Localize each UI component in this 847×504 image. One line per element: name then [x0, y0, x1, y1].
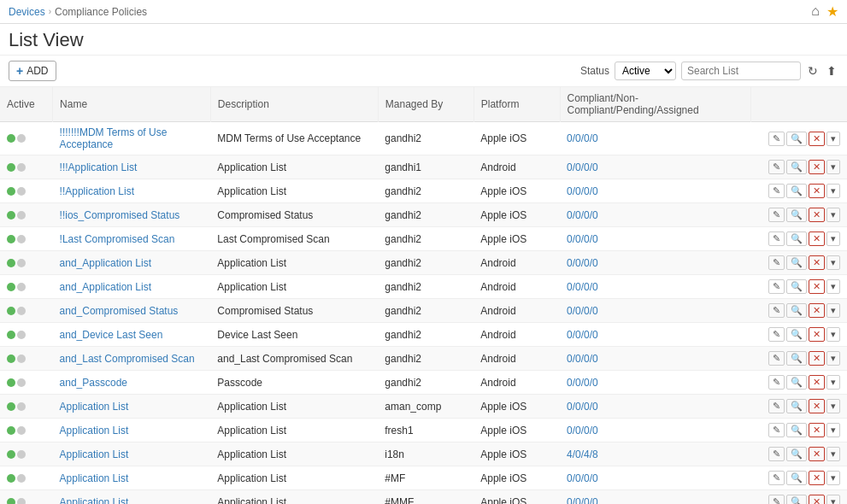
name-link[interactable]: and_Compromised Status	[60, 305, 179, 317]
search-input[interactable]	[681, 62, 801, 80]
add-button[interactable]: + ADD	[9, 61, 56, 81]
more-button[interactable]: ▾	[826, 132, 840, 146]
delete-button[interactable]: ✕	[809, 255, 825, 270]
delete-button[interactable]: ✕	[809, 375, 825, 390]
delete-button[interactable]: ✕	[809, 423, 825, 437]
compliance-link[interactable]: 0/0/0/0	[567, 472, 598, 484]
delete-button[interactable]: ✕	[809, 208, 825, 222]
view-button[interactable]: 🔍	[786, 279, 807, 294]
compliance-link[interactable]: 0/0/0/0	[567, 185, 598, 197]
edit-button[interactable]: ✎	[768, 351, 785, 366]
delete-button[interactable]: ✕	[809, 471, 825, 485]
edit-button[interactable]: ✎	[768, 208, 785, 222]
more-button[interactable]: ▾	[826, 279, 840, 294]
view-button[interactable]: 🔍	[786, 160, 807, 174]
edit-button[interactable]: ✎	[768, 327, 785, 342]
name-link[interactable]: and_Application List	[60, 281, 151, 293]
compliance-link[interactable]: 4/0/4/8	[567, 448, 598, 460]
delete-button[interactable]: ✕	[809, 184, 825, 198]
view-button[interactable]: 🔍	[786, 375, 807, 390]
delete-button[interactable]: ✕	[809, 160, 825, 174]
name-link[interactable]: Application List	[60, 401, 129, 413]
more-button[interactable]: ▾	[826, 447, 840, 461]
name-link[interactable]: and_Passcode	[60, 377, 127, 389]
compliance-link[interactable]: 0/0/0/0	[567, 353, 598, 365]
edit-button[interactable]: ✎	[768, 303, 785, 318]
delete-button[interactable]: ✕	[809, 351, 825, 366]
view-button[interactable]: 🔍	[786, 327, 807, 342]
delete-button[interactable]: ✕	[809, 327, 825, 342]
name-link[interactable]: and_Application List	[60, 257, 151, 269]
compliance-link[interactable]: 0/0/0/0	[567, 401, 598, 413]
more-button[interactable]: ▾	[826, 255, 840, 270]
name-link[interactable]: !!Application List	[60, 185, 134, 197]
delete-button[interactable]: ✕	[809, 231, 825, 246]
edit-button[interactable]: ✎	[768, 495, 785, 504]
view-button[interactable]: 🔍	[786, 303, 807, 318]
compliance-link[interactable]: 0/0/0/0	[567, 377, 598, 389]
edit-button[interactable]: ✎	[768, 423, 785, 437]
name-link[interactable]: !!!Application List	[60, 161, 138, 173]
more-button[interactable]: ▾	[826, 471, 840, 485]
name-link[interactable]: and_Last Compromised Scan	[60, 353, 195, 365]
view-button[interactable]: 🔍	[786, 184, 807, 198]
export-button[interactable]: ⬆	[825, 62, 838, 79]
refresh-button[interactable]: ↻	[806, 62, 820, 79]
view-button[interactable]: 🔍	[786, 208, 807, 222]
edit-button[interactable]: ✎	[768, 160, 785, 174]
more-button[interactable]: ▾	[826, 423, 840, 437]
name-link[interactable]: Application List	[60, 448, 129, 460]
more-button[interactable]: ▾	[826, 375, 840, 390]
compliance-link[interactable]: 0/0/0/0	[567, 425, 598, 437]
more-button[interactable]: ▾	[826, 160, 840, 174]
name-link[interactable]: Application List	[60, 472, 129, 484]
name-link[interactable]: Application List	[60, 425, 129, 437]
compliance-link[interactable]: 0/0/0/0	[567, 161, 598, 173]
more-button[interactable]: ▾	[826, 184, 840, 198]
more-button[interactable]: ▾	[826, 495, 840, 504]
view-button[interactable]: 🔍	[786, 495, 807, 504]
delete-button[interactable]: ✕	[809, 303, 825, 318]
view-button[interactable]: 🔍	[786, 255, 807, 270]
view-button[interactable]: 🔍	[786, 423, 807, 437]
view-button[interactable]: 🔍	[786, 132, 807, 146]
more-button[interactable]: ▾	[826, 399, 840, 413]
edit-button[interactable]: ✎	[768, 399, 785, 413]
more-button[interactable]: ▾	[826, 327, 840, 342]
view-button[interactable]: 🔍	[786, 399, 807, 413]
star-icon[interactable]: ★	[826, 3, 838, 20]
breadcrumb-parent[interactable]: Devices	[9, 6, 45, 18]
more-button[interactable]: ▾	[826, 351, 840, 366]
name-link[interactable]: !!ios_Compromised Status	[60, 209, 180, 221]
compliance-link[interactable]: 0/0/0/0	[567, 281, 598, 293]
compliance-link[interactable]: 0/0/0/0	[567, 329, 598, 341]
compliance-link[interactable]: 0/0/0/0	[567, 257, 598, 269]
more-button[interactable]: ▾	[826, 208, 840, 222]
more-button[interactable]: ▾	[826, 231, 840, 246]
edit-button[interactable]: ✎	[768, 375, 785, 390]
edit-button[interactable]: ✎	[768, 471, 785, 485]
edit-button[interactable]: ✎	[768, 447, 785, 461]
delete-button[interactable]: ✕	[809, 279, 825, 294]
view-button[interactable]: 🔍	[786, 351, 807, 366]
compliance-link[interactable]: 0/0/0/0	[567, 496, 598, 505]
compliance-link[interactable]: 0/0/0/0	[567, 305, 598, 317]
edit-button[interactable]: ✎	[768, 132, 785, 146]
compliance-link[interactable]: 0/0/0/0	[567, 209, 598, 221]
compliance-link[interactable]: 0/0/0/0	[567, 233, 598, 245]
edit-button[interactable]: ✎	[768, 184, 785, 198]
more-button[interactable]: ▾	[826, 303, 840, 318]
compliance-link[interactable]: 0/0/0/0	[567, 132, 598, 144]
view-button[interactable]: 🔍	[786, 447, 807, 461]
view-button[interactable]: 🔍	[786, 231, 807, 246]
delete-button[interactable]: ✕	[809, 495, 825, 504]
edit-button[interactable]: ✎	[768, 255, 785, 270]
edit-button[interactable]: ✎	[768, 231, 785, 246]
home-icon[interactable]: ⌂	[811, 3, 820, 20]
delete-button[interactable]: ✕	[809, 399, 825, 413]
name-link[interactable]: !!!!!!!MDM Terms of Use Acceptance	[60, 126, 168, 150]
edit-button[interactable]: ✎	[768, 279, 785, 294]
view-button[interactable]: 🔍	[786, 471, 807, 485]
delete-button[interactable]: ✕	[809, 447, 825, 461]
name-link[interactable]: !Last Compromised Scan	[60, 233, 175, 245]
